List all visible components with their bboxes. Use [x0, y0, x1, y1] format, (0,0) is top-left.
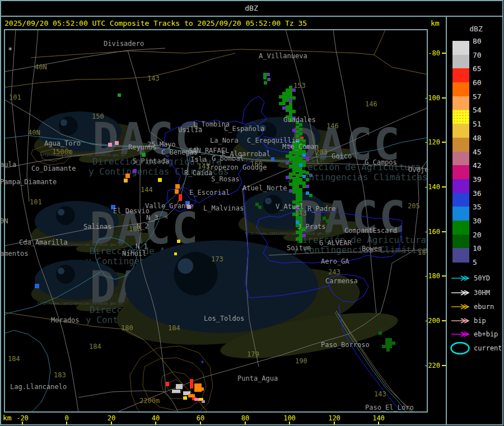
- radar-echo-cell: [263, 73, 267, 76]
- km-unit-bottom: km: [3, 414, 12, 422]
- radar-echo-cell: [302, 170, 306, 174]
- track-marker: [194, 398, 199, 401]
- colorbar-value-label: 20: [473, 231, 482, 239]
- route-label: 184: [8, 355, 20, 363]
- radar-echo-cell: [389, 338, 392, 341]
- colorbar-value-label: 42: [473, 161, 482, 170]
- star-marker: *: [8, 45, 12, 54]
- radar-echo-cell: [296, 125, 299, 129]
- radar-echo-cell: [302, 175, 306, 178]
- radar-echo-cell: [385, 341, 389, 345]
- radar-echo-cell: [296, 169, 299, 172]
- radar-echo-cell: [299, 174, 302, 177]
- bottom-axis-tick-label: 120: [328, 414, 340, 422]
- radar-echo-cell: [263, 76, 267, 79]
- radar-echo-cell: [296, 184, 299, 187]
- radar-echo-cell: [286, 155, 289, 158]
- place-label: Valle_Grande: [145, 202, 194, 210]
- radar-echo-cell: [289, 176, 292, 179]
- radar-echo-cell: [296, 156, 299, 159]
- colorbar-value-label: 65: [473, 64, 482, 73]
- place-label: Divisadero: [104, 40, 144, 48]
- radar-echo-cell: [299, 188, 302, 191]
- route-label: 101: [9, 93, 21, 101]
- radar-echo-cell: [292, 177, 296, 180]
- place-label: Lag.Llancanelo: [10, 383, 67, 391]
- place-label: Reyunos: [128, 143, 157, 151]
- place-label: Agua_Toro: [44, 139, 81, 147]
- contour-label: 2200m: [139, 397, 160, 405]
- route-label: 184: [168, 324, 180, 332]
- route-label: 144: [141, 186, 153, 194]
- radar-echo-cell: [267, 73, 270, 76]
- colorbar-segment: [452, 55, 469, 69]
- radar-display: dBZ 2025/09/20 05:52:00 UTC Composite Tr…: [0, 0, 504, 426]
- colorbar-value-label: 48: [473, 134, 482, 142]
- track-marker: [190, 379, 193, 388]
- right-axis-tick-label: -200: [424, 317, 440, 325]
- radar-echo-cell: [296, 180, 299, 184]
- place-label: Paso_El_Loro: [365, 404, 414, 411]
- radar-echo-cell: [258, 205, 262, 209]
- track-marker: [108, 143, 112, 147]
- radar-echo-cell: [264, 81, 267, 85]
- route-label: 203: [315, 148, 328, 156]
- radar-echo-cell: [292, 162, 296, 166]
- radar-echo-cell: [302, 160, 306, 163]
- radar-echo-cell: [323, 217, 326, 220]
- watermark-eye-glint: [58, 209, 64, 216]
- radar-echo-cell: [296, 231, 299, 234]
- radar-echo-cell: [286, 105, 289, 109]
- place-label: Carmensa: [325, 277, 358, 285]
- radar-echo-cell: [292, 180, 296, 184]
- bottom-axis-tick-label: 0: [64, 414, 68, 422]
- place-label: amentos: [0, 250, 29, 258]
- route-label: 143: [198, 162, 210, 170]
- bottom-axis-tick-label: 80: [241, 414, 249, 422]
- bottom-axis-tick-label: -20: [16, 414, 29, 422]
- radar-echo-cell: [292, 156, 296, 159]
- radar-echo-cell: [299, 191, 302, 195]
- colorbar-segment: [452, 138, 469, 152]
- right-axis-tick-label: -120: [424, 138, 440, 146]
- radar-echo-cell: [299, 157, 302, 160]
- colorbar-segment: [452, 193, 469, 207]
- place-label: N_3: [146, 214, 158, 222]
- radar-echo-cell: [299, 236, 302, 240]
- radar-echo-cell: [299, 170, 302, 174]
- radar-echo-cell: [389, 345, 392, 348]
- place-label: R_Caída: [184, 169, 213, 177]
- track-marker: [177, 240, 180, 243]
- legend-label: bip: [474, 317, 486, 325]
- colorbar-segment: [452, 96, 469, 110]
- radar-echo-cell: [292, 184, 296, 187]
- colorbar-segment: [452, 152, 469, 166]
- colorbar-segment: [452, 68, 469, 82]
- radar-echo-cell: [389, 341, 392, 345]
- colorbar-segment: [452, 248, 469, 262]
- radar-echo-cell: [289, 172, 292, 176]
- route-label: 183: [54, 371, 66, 379]
- track-marker: [202, 400, 205, 403]
- radar-echo-cell: [326, 219, 329, 223]
- track-marker: [176, 384, 183, 389]
- place-label: El_Desvio: [113, 207, 150, 215]
- watermark-subtitle: Dirección de Agricultura: [297, 235, 426, 245]
- radar-echo-cell: [309, 194, 312, 197]
- route-label: 160: [250, 160, 263, 168]
- right-axis-tick-label: -160: [424, 228, 440, 236]
- road-secondary: [374, 30, 385, 55]
- place-label: Nihuil: [122, 250, 146, 258]
- radar-echo-cell: [289, 151, 292, 155]
- track-marker: [175, 189, 179, 194]
- lake-outline: [0, 330, 50, 424]
- colorbar-value-label: 45: [473, 148, 482, 156]
- radar-echo-cell: [299, 163, 302, 167]
- radar-echo-cell: [289, 105, 292, 109]
- route-label: 243: [328, 268, 340, 276]
- route-label: 143: [374, 390, 386, 398]
- watermark-eye-glint: [178, 258, 193, 274]
- place-label: Mte_Coman: [282, 143, 319, 151]
- radar-echo-cell: [299, 195, 302, 198]
- place-label: Guadales: [283, 116, 316, 124]
